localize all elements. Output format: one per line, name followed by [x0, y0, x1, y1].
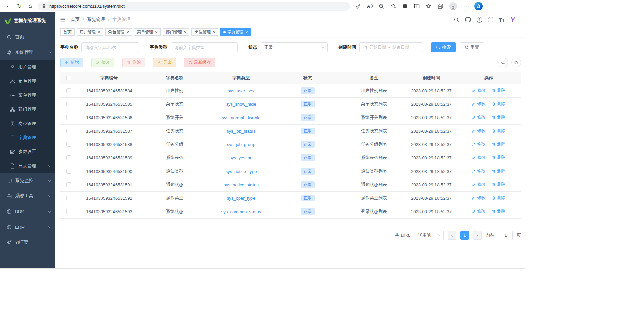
dict-type-link[interactable]: sys_job_group	[227, 142, 256, 147]
header-search-icon[interactable]	[454, 17, 459, 23]
row-edit-button[interactable]: 修改	[472, 141, 486, 147]
export-button[interactable]: 导出	[153, 58, 176, 67]
sidebar-item-system[interactable]: 系统管理	[0, 45, 55, 60]
fullscreen-icon[interactable]	[488, 17, 493, 22]
tab-post[interactable]: 岗位管理×	[191, 28, 218, 36]
row-edit-button[interactable]: 修改	[472, 88, 486, 93]
sidebar-item-tool[interactable]: 系统工具	[0, 188, 55, 204]
extensions-icon[interactable]	[402, 3, 408, 9]
row-checkbox[interactable]	[66, 209, 71, 214]
prev-page-button[interactable]: ‹	[448, 231, 456, 240]
dict-type-link[interactable]: sys_normal_disable	[222, 115, 261, 120]
row-checkbox[interactable]	[66, 115, 71, 120]
sidebar-item-post[interactable]: 岗位管理	[0, 116, 55, 131]
row-delete-button[interactable]: 删除	[492, 195, 505, 201]
close-icon[interactable]: ×	[98, 30, 100, 34]
row-checkbox[interactable]	[66, 155, 71, 160]
dict-type-link[interactable]: sys_yes_no	[230, 155, 253, 160]
row-checkbox[interactable]	[66, 88, 71, 93]
row-delete-button[interactable]: 删除	[492, 88, 505, 93]
goto-page-input[interactable]	[499, 231, 513, 240]
tab-role[interactable]: 角色管理×	[105, 28, 132, 36]
user-avatar-logo[interactable]: Y	[510, 16, 515, 24]
dict-type-link[interactable]: sys_oper_type	[227, 196, 256, 201]
zoom-out-icon[interactable]	[379, 3, 384, 9]
tab-menu[interactable]: 菜单管理×	[134, 28, 161, 36]
row-delete-button[interactable]: 删除	[492, 168, 505, 174]
breadcrumb-item[interactable]: 字典管理	[112, 17, 131, 23]
browser-home-button[interactable]: ⌂	[25, 1, 36, 11]
row-edit-button[interactable]: 修改	[472, 155, 486, 160]
reset-button[interactable]: 重置	[460, 42, 484, 52]
refresh-cache-button[interactable]: 刷新缓存	[184, 58, 215, 67]
browser-back-button[interactable]: ←	[3, 1, 14, 11]
favorites-icon[interactable]	[426, 3, 431, 9]
status-select[interactable]: 正常	[261, 42, 328, 52]
tab-dict[interactable]: 字典管理×	[220, 28, 251, 36]
row-delete-button[interactable]: 删除	[492, 128, 505, 134]
browser-refresh-button[interactable]: ↻	[14, 1, 25, 11]
row-checkbox[interactable]	[66, 142, 71, 147]
row-edit-button[interactable]: 修改	[472, 195, 486, 201]
dict-type-link[interactable]: sys_notice_status	[224, 182, 258, 187]
row-delete-button[interactable]: 删除	[492, 101, 505, 107]
password-key-icon[interactable]	[355, 3, 361, 9]
dict-type-link[interactable]: sys_job_status	[227, 129, 256, 134]
help-icon[interactable]: ?	[477, 17, 482, 23]
sidebar-item-bbs[interactable]: BBS	[0, 204, 55, 219]
row-edit-button[interactable]: 修改	[472, 182, 486, 187]
sidebar-item-yi[interactable]: Yi框架	[0, 235, 55, 250]
dict-type-input[interactable]	[171, 42, 238, 52]
row-delete-button[interactable]: 删除	[492, 114, 505, 120]
close-icon[interactable]: ×	[127, 30, 129, 34]
tab-dept[interactable]: 部门管理×	[163, 28, 190, 36]
row-delete-button[interactable]: 删除	[492, 155, 505, 160]
address-bar[interactable]: https://ccnetcore.com:1101/system/dict	[38, 2, 350, 11]
dict-type-link[interactable]: sys_notice_type	[225, 169, 257, 174]
split-screen-icon[interactable]	[414, 3, 420, 9]
sidebar-item-role[interactable]: 角色管理	[0, 74, 55, 88]
app-logo[interactable]: 意框架管理系统	[0, 12, 55, 29]
bing-button[interactable]: b	[474, 2, 483, 10]
github-icon[interactable]	[465, 17, 471, 23]
collections-icon[interactable]	[438, 3, 443, 9]
row-edit-button[interactable]: 修改	[472, 101, 486, 107]
page-size-select[interactable]: 10条/页	[415, 231, 444, 240]
close-icon[interactable]: ×	[213, 30, 215, 34]
sidebar-item-dept[interactable]: 部门管理	[0, 102, 55, 116]
tab-home[interactable]: 首页	[60, 28, 75, 36]
browser-menu-icon[interactable]: ⋯	[463, 4, 469, 8]
dict-type-link[interactable]: sys_common_status	[221, 209, 261, 214]
row-checkbox[interactable]	[66, 129, 71, 133]
row-delete-button[interactable]: 删除	[492, 208, 505, 214]
date-range-picker[interactable]: 开始日期 - 结束日期	[359, 42, 423, 52]
refresh-table-button[interactable]	[511, 58, 521, 67]
row-checkbox[interactable]	[66, 196, 71, 200]
row-edit-button[interactable]: 修改	[472, 208, 486, 214]
sidebar-item-erp[interactable]: ERP	[0, 219, 55, 235]
edit-button[interactable]: 修改	[91, 58, 114, 67]
row-checkbox[interactable]	[66, 169, 71, 174]
breadcrumb-item[interactable]: 首页	[71, 17, 80, 23]
row-edit-button[interactable]: 修改	[472, 168, 486, 174]
breadcrumb-item[interactable]: 系统管理	[87, 17, 105, 23]
tab-user[interactable]: 用户管理×	[77, 28, 103, 36]
page-number-button[interactable]: 1	[460, 231, 469, 240]
sidebar-item-log[interactable]: 日志管理	[0, 159, 55, 173]
add-favorite-icon[interactable]	[390, 3, 396, 9]
close-icon[interactable]: ×	[155, 30, 158, 34]
sidebar-item-menu[interactable]: 菜单管理	[0, 88, 55, 102]
chevron-down-icon[interactable]	[518, 18, 520, 20]
sidebar-toggle-icon[interactable]	[60, 17, 65, 22]
row-delete-button[interactable]: 删除	[492, 182, 505, 187]
dict-name-input[interactable]	[81, 42, 139, 52]
next-page-button[interactable]: ›	[473, 231, 482, 240]
row-checkbox[interactable]	[66, 182, 71, 187]
search-button[interactable]: 搜索	[431, 42, 456, 52]
sidebar-item-config[interactable]: 参数设置	[0, 145, 55, 159]
close-icon[interactable]: ×	[184, 30, 187, 34]
sidebar-item-dict[interactable]: 字典管理	[0, 131, 55, 145]
row-edit-button[interactable]: 修改	[472, 128, 486, 134]
font-size-icon[interactable]: TT	[499, 17, 505, 23]
toggle-search-button[interactable]	[498, 58, 508, 67]
